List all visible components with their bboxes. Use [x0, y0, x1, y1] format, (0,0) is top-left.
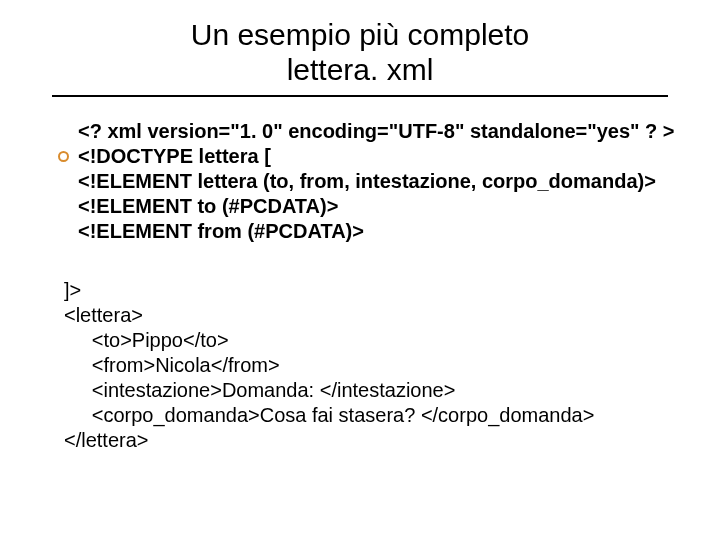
- slide: Un esempio più completo lettera. xml <? …: [0, 0, 720, 540]
- dtd-line-5: <!ELEMENT from (#PCDATA)>: [78, 220, 364, 242]
- xml-line-3: <to>Pippo</to>: [64, 329, 229, 351]
- bullet-icon: [58, 151, 69, 162]
- dtd-line-4: <!ELEMENT to (#PCDATA)>: [78, 195, 338, 217]
- xml-line-1: ]>: [64, 279, 81, 301]
- title-line-1: Un esempio più completo: [0, 18, 720, 53]
- title-line-2: lettera. xml: [0, 53, 720, 88]
- slide-title: Un esempio più completo lettera. xml: [0, 0, 720, 87]
- xml-line-6: <corpo_domanda>Cosa fai stasera? </corpo…: [64, 404, 594, 426]
- dtd-line-2: <!DOCTYPE lettera [: [78, 145, 271, 167]
- xml-line-7: </lettera>: [64, 429, 149, 451]
- dtd-line-1: <? xml version="1. 0" encoding="UTF-8" s…: [78, 120, 675, 142]
- spacer: [0, 244, 720, 278]
- xml-line-5: <intestazione>Domanda: </intestazione>: [64, 379, 455, 401]
- xml-line-2: <lettera>: [64, 304, 143, 326]
- xml-line-4: <from>Nicola</from>: [64, 354, 280, 376]
- dtd-line-3: <!ELEMENT lettera (to, from, intestazion…: [78, 170, 656, 192]
- xml-block: ]> <lettera> <to>Pippo</to> <from>Nicola…: [64, 278, 720, 453]
- dtd-block: <? xml version="1. 0" encoding="UTF-8" s…: [78, 119, 720, 244]
- title-underline: [52, 95, 668, 97]
